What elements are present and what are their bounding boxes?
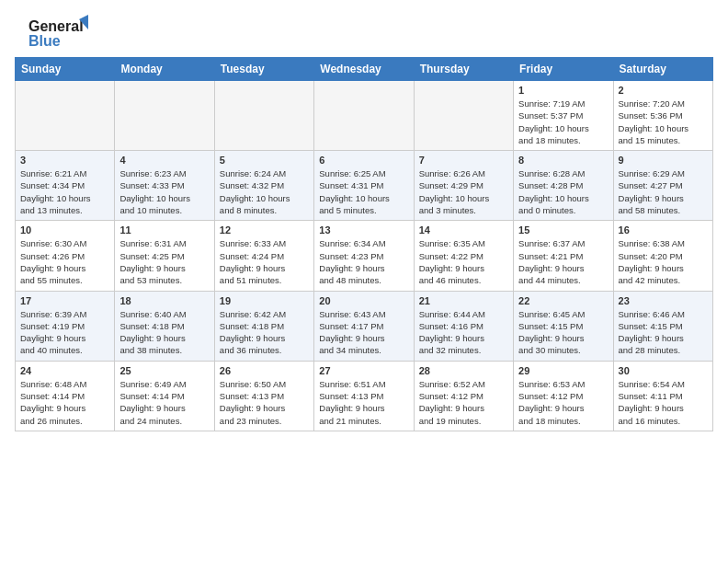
weekday-header-tuesday: Tuesday [214, 58, 313, 81]
day-info: Sunrise: 6:40 AM Sunset: 4:18 PM Dayligh… [119, 308, 209, 357]
day-cell: 6Sunrise: 6:25 AM Sunset: 4:31 PM Daylig… [314, 151, 414, 221]
day-number: 19 [220, 295, 309, 306]
day-number: 2 [619, 85, 708, 96]
day-number: 15 [518, 224, 608, 236]
day-cell: 15Sunrise: 6:37 AM Sunset: 4:21 PM Dayli… [514, 221, 613, 291]
day-cell: 14Sunrise: 6:35 AM Sunset: 4:22 PM Dayli… [414, 221, 513, 291]
day-number: 10 [20, 224, 109, 236]
day-number: 30 [619, 365, 708, 376]
day-info: Sunrise: 6:35 AM Sunset: 4:22 PM Dayligh… [419, 237, 508, 286]
day-cell: 10Sunrise: 6:30 AM Sunset: 4:26 PM Dayli… [16, 221, 115, 291]
calendar: SundayMondayTuesdayWednesdayThursdayFrid… [15, 57, 713, 431]
day-cell: 28Sunrise: 6:52 AM Sunset: 4:12 PM Dayli… [414, 361, 513, 431]
day-cell [414, 81, 513, 151]
weekday-header-monday: Monday [115, 58, 214, 81]
weekday-header-saturday: Saturday [613, 58, 712, 81]
day-info: Sunrise: 6:23 AM Sunset: 4:33 PM Dayligh… [119, 167, 209, 216]
day-info: Sunrise: 6:50 AM Sunset: 4:13 PM Dayligh… [220, 378, 309, 427]
day-number: 4 [119, 155, 209, 166]
day-number: 7 [419, 155, 508, 166]
day-info: Sunrise: 7:20 AM Sunset: 5:36 PM Dayligh… [619, 98, 708, 146]
day-cell [214, 81, 313, 151]
day-info: Sunrise: 6:24 AM Sunset: 4:32 PM Dayligh… [220, 167, 309, 216]
day-info: Sunrise: 6:28 AM Sunset: 4:28 PM Dayligh… [518, 167, 608, 216]
day-info: Sunrise: 6:49 AM Sunset: 4:14 PM Dayligh… [119, 378, 209, 427]
day-number: 6 [319, 155, 408, 166]
day-info: Sunrise: 6:44 AM Sunset: 4:16 PM Dayligh… [419, 308, 508, 357]
day-cell: 9Sunrise: 6:29 AM Sunset: 4:27 PM Daylig… [613, 151, 712, 221]
day-info: Sunrise: 6:53 AM Sunset: 4:12 PM Dayligh… [518, 378, 608, 427]
day-info: Sunrise: 6:51 AM Sunset: 4:13 PM Dayligh… [319, 378, 408, 427]
day-number: 25 [119, 365, 209, 376]
week-row-5: 24Sunrise: 6:48 AM Sunset: 4:14 PM Dayli… [16, 361, 713, 431]
day-info: Sunrise: 6:25 AM Sunset: 4:31 PM Dayligh… [319, 167, 408, 216]
day-number: 28 [419, 365, 508, 376]
day-cell: 4Sunrise: 6:23 AM Sunset: 4:33 PM Daylig… [115, 151, 214, 221]
day-info: Sunrise: 6:38 AM Sunset: 4:20 PM Dayligh… [619, 237, 708, 286]
logo: General Blue [15, 15, 97, 52]
day-cell: 7Sunrise: 6:26 AM Sunset: 4:29 PM Daylig… [414, 151, 513, 221]
day-info: Sunrise: 6:31 AM Sunset: 4:25 PM Dayligh… [119, 237, 209, 286]
day-info: Sunrise: 6:45 AM Sunset: 4:15 PM Dayligh… [518, 308, 608, 357]
week-row-3: 10Sunrise: 6:30 AM Sunset: 4:26 PM Dayli… [16, 221, 713, 291]
day-cell [314, 81, 414, 151]
day-cell [115, 81, 214, 151]
day-cell: 17Sunrise: 6:39 AM Sunset: 4:19 PM Dayli… [16, 291, 115, 361]
day-cell: 26Sunrise: 6:50 AM Sunset: 4:13 PM Dayli… [214, 361, 313, 431]
day-info: Sunrise: 6:48 AM Sunset: 4:14 PM Dayligh… [20, 378, 109, 427]
day-cell: 16Sunrise: 6:38 AM Sunset: 4:20 PM Dayli… [613, 221, 712, 291]
weekday-header-wednesday: Wednesday [314, 58, 414, 81]
day-number: 16 [619, 224, 708, 236]
day-number: 29 [518, 365, 608, 376]
day-cell: 5Sunrise: 6:24 AM Sunset: 4:32 PM Daylig… [214, 151, 313, 221]
day-cell: 29Sunrise: 6:53 AM Sunset: 4:12 PM Dayli… [514, 361, 613, 431]
day-info: Sunrise: 6:52 AM Sunset: 4:12 PM Dayligh… [419, 378, 508, 427]
day-cell: 8Sunrise: 6:28 AM Sunset: 4:28 PM Daylig… [514, 151, 613, 221]
day-number: 14 [419, 224, 508, 236]
day-cell: 2Sunrise: 7:20 AM Sunset: 5:36 PM Daylig… [613, 81, 712, 151]
weekday-header-sunday: Sunday [16, 58, 115, 81]
day-info: Sunrise: 6:54 AM Sunset: 4:11 PM Dayligh… [619, 378, 708, 427]
day-number: 22 [518, 295, 608, 306]
day-cell [16, 81, 115, 151]
day-number: 24 [20, 365, 109, 376]
day-number: 13 [319, 224, 408, 236]
day-info: Sunrise: 6:37 AM Sunset: 4:21 PM Dayligh… [518, 237, 608, 286]
day-cell: 24Sunrise: 6:48 AM Sunset: 4:14 PM Dayli… [16, 361, 115, 431]
weekday-header-row: SundayMondayTuesdayWednesdayThursdayFrid… [16, 58, 713, 81]
day-info: Sunrise: 6:42 AM Sunset: 4:18 PM Dayligh… [220, 308, 309, 357]
day-cell: 20Sunrise: 6:43 AM Sunset: 4:17 PM Dayli… [314, 291, 414, 361]
day-number: 8 [518, 155, 608, 166]
day-info: Sunrise: 6:29 AM Sunset: 4:27 PM Dayligh… [619, 167, 708, 216]
day-cell: 23Sunrise: 6:46 AM Sunset: 4:15 PM Dayli… [613, 291, 712, 361]
day-info: Sunrise: 7:19 AM Sunset: 5:37 PM Dayligh… [518, 98, 608, 146]
day-number: 21 [419, 295, 508, 306]
day-info: Sunrise: 6:26 AM Sunset: 4:29 PM Dayligh… [419, 167, 508, 216]
logo-svg: General Blue [15, 15, 97, 52]
day-number: 11 [119, 224, 209, 236]
day-info: Sunrise: 6:43 AM Sunset: 4:17 PM Dayligh… [319, 308, 408, 357]
day-number: 3 [20, 155, 109, 166]
header: General Blue [15, 15, 713, 52]
weekday-header-friday: Friday [514, 58, 613, 81]
day-cell: 11Sunrise: 6:31 AM Sunset: 4:25 PM Dayli… [115, 221, 214, 291]
weekday-header-thursday: Thursday [414, 58, 513, 81]
day-info: Sunrise: 6:46 AM Sunset: 4:15 PM Dayligh… [619, 308, 708, 357]
day-number: 17 [20, 295, 109, 306]
day-cell: 25Sunrise: 6:49 AM Sunset: 4:14 PM Dayli… [115, 361, 214, 431]
day-info: Sunrise: 6:34 AM Sunset: 4:23 PM Dayligh… [319, 237, 408, 286]
day-info: Sunrise: 6:21 AM Sunset: 4:34 PM Dayligh… [20, 167, 109, 216]
day-number: 27 [319, 365, 408, 376]
week-row-1: 1Sunrise: 7:19 AM Sunset: 5:37 PM Daylig… [16, 81, 713, 151]
day-number: 26 [220, 365, 309, 376]
day-info: Sunrise: 6:30 AM Sunset: 4:26 PM Dayligh… [20, 237, 109, 286]
day-number: 5 [220, 155, 309, 166]
day-number: 23 [619, 295, 708, 306]
day-number: 20 [319, 295, 408, 306]
day-cell: 3Sunrise: 6:21 AM Sunset: 4:34 PM Daylig… [16, 151, 115, 221]
svg-text:Blue: Blue [28, 33, 61, 49]
day-cell: 18Sunrise: 6:40 AM Sunset: 4:18 PM Dayli… [115, 291, 214, 361]
day-info: Sunrise: 6:39 AM Sunset: 4:19 PM Dayligh… [20, 308, 109, 357]
week-row-2: 3Sunrise: 6:21 AM Sunset: 4:34 PM Daylig… [16, 151, 713, 221]
day-info: Sunrise: 6:33 AM Sunset: 4:24 PM Dayligh… [220, 237, 309, 286]
